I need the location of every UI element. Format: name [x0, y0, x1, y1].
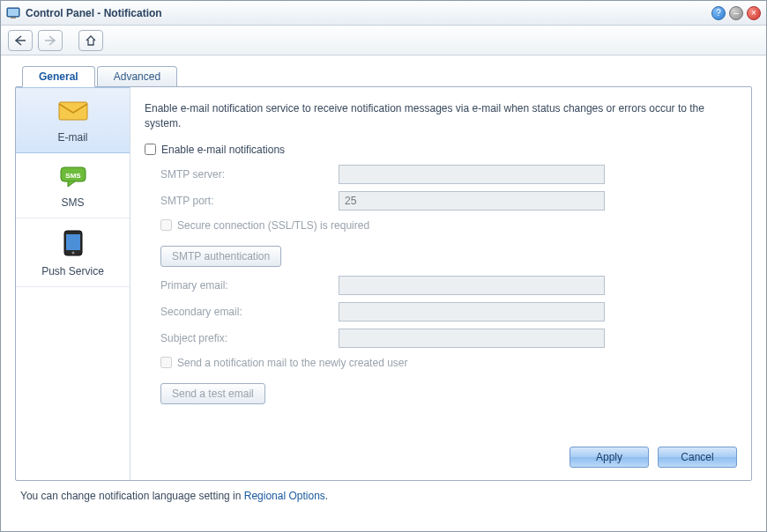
svg-rect-2	[11, 17, 16, 18]
tabs-panel: E-mail SMS SMS	[15, 86, 752, 481]
footnote: You can change notification language set…	[15, 481, 752, 502]
svg-point-8	[71, 252, 74, 255]
footer-buttons: Apply Cancel	[570, 447, 737, 468]
enable-checkbox[interactable]	[145, 144, 156, 155]
sidebar-item-label: E-mail	[57, 131, 87, 144]
secondary-email-input[interactable]	[339, 302, 605, 321]
ssl-checkbox[interactable]	[160, 219, 172, 231]
email-icon	[19, 99, 126, 126]
secondary-email-label: Secondary email:	[145, 306, 339, 318]
apply-button[interactable]: Apply	[570, 447, 649, 468]
send-test-button[interactable]: Send a test email	[160, 383, 265, 404]
app-icon	[6, 6, 20, 20]
cancel-button[interactable]: Cancel	[658, 447, 737, 468]
sidebar-item-label: SMS	[61, 196, 84, 209]
sidebar-item-label: Push Service	[41, 265, 104, 277]
window-title: Control Panel - Notification	[26, 7, 708, 19]
smtp-server-input[interactable]	[339, 165, 605, 184]
sms-icon: SMS	[19, 164, 126, 191]
sidebar: E-mail SMS SMS	[16, 87, 130, 480]
close-button[interactable]: ×	[747, 6, 761, 20]
description: Enable e-mail notification service to re…	[145, 101, 737, 131]
notify-new-user-label: Send a notification mail to the newly cr…	[177, 357, 407, 369]
subject-prefix-label: Subject prefix:	[145, 332, 339, 344]
enable-label: Enable e-mail notifications	[161, 144, 285, 156]
forward-button[interactable]	[38, 30, 63, 51]
enable-row: Enable e-mail notifications	[145, 140, 737, 159]
tabs-header: General Advanced	[22, 66, 752, 86]
main-pane: Enable e-mail notification service to re…	[130, 87, 751, 480]
tab-general[interactable]: General	[22, 66, 95, 87]
footnote-suffix: .	[325, 490, 328, 502]
sidebar-item-push[interactable]: Push Service	[16, 218, 130, 287]
svg-rect-7	[66, 234, 80, 250]
smtp-port-label: SMTP port:	[145, 195, 339, 207]
home-button[interactable]	[78, 30, 103, 51]
svg-text:SMS: SMS	[65, 172, 81, 180]
svg-rect-1	[8, 9, 19, 16]
titlebar: Control Panel - Notification ? – ×	[1, 1, 766, 26]
svg-rect-3	[59, 102, 87, 120]
smtp-auth-button[interactable]: SMTP authentication	[160, 246, 281, 267]
notify-new-user-checkbox[interactable]	[160, 357, 172, 368]
toolbar	[1, 26, 766, 55]
primary-email-label: Primary email:	[145, 279, 339, 292]
footnote-prefix: You can change notification language set…	[20, 490, 244, 502]
subject-prefix-input[interactable]	[339, 329, 605, 348]
sidebar-item-sms[interactable]: SMS SMS	[16, 153, 130, 218]
smtp-port-input[interactable]	[339, 191, 605, 211]
tab-advanced[interactable]: Advanced	[97, 66, 177, 86]
smtp-server-label: SMTP server:	[145, 168, 339, 181]
primary-email-input[interactable]	[339, 276, 605, 295]
minimize-button[interactable]: –	[729, 6, 743, 20]
push-icon	[19, 229, 126, 260]
sidebar-item-email[interactable]: E-mail	[16, 87, 130, 153]
help-button[interactable]: ?	[711, 6, 726, 20]
back-button[interactable]	[8, 30, 33, 51]
regional-options-link[interactable]: Regional Options	[244, 490, 325, 502]
ssl-label: Secure connection (SSL/TLS) is required	[177, 219, 369, 232]
